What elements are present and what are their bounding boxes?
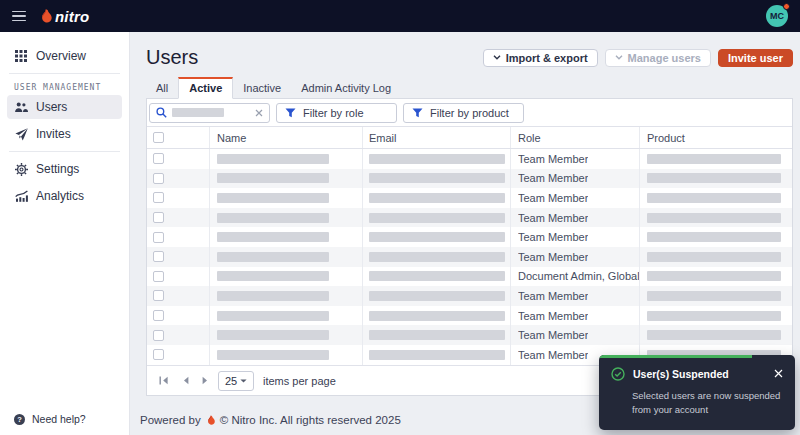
need-help-link[interactable]: ? Need help? bbox=[14, 413, 86, 425]
tab-active[interactable]: Active bbox=[178, 77, 233, 99]
close-icon[interactable] bbox=[774, 369, 783, 378]
table-row[interactable]: Team Member bbox=[147, 169, 792, 189]
table-row[interactable]: Team Member bbox=[147, 227, 792, 247]
gear-icon bbox=[14, 163, 28, 176]
table-row[interactable]: Team Member bbox=[147, 188, 792, 208]
role-cell: Team Member bbox=[518, 153, 588, 165]
table-row[interactable]: Team Member bbox=[147, 325, 792, 345]
sidebar-item-invites[interactable]: Invites bbox=[7, 122, 122, 146]
avatar[interactable]: MC bbox=[766, 5, 788, 27]
row-checkbox[interactable] bbox=[153, 212, 164, 223]
grid-icon bbox=[14, 50, 28, 62]
search-input[interactable] bbox=[149, 103, 270, 123]
table-row[interactable]: Document Admin, Global Adm... bbox=[147, 267, 792, 287]
table-row[interactable]: Team Member bbox=[147, 306, 792, 326]
row-checkbox[interactable] bbox=[153, 310, 164, 321]
sidebar: Overview USER MANAGEMENT Users bbox=[0, 32, 130, 435]
funnel-icon bbox=[285, 108, 296, 118]
users-panel: Filter by role Filter by product Name bbox=[146, 99, 793, 396]
redacted-email bbox=[369, 252, 505, 262]
redacted-name bbox=[217, 213, 329, 223]
sidebar-item-overview[interactable]: Overview bbox=[7, 44, 122, 68]
redacted-product bbox=[647, 193, 781, 203]
chevron-down-icon bbox=[493, 55, 501, 60]
row-checkbox[interactable] bbox=[153, 290, 164, 301]
column-header-role[interactable]: Role bbox=[511, 127, 640, 148]
powered-by-label: Powered by bbox=[140, 414, 201, 426]
first-page-button[interactable] bbox=[159, 376, 169, 385]
role-cell: Team Member bbox=[518, 329, 588, 341]
row-checkbox[interactable] bbox=[153, 232, 164, 243]
sidebar-item-label: Users bbox=[36, 100, 67, 114]
row-checkbox[interactable] bbox=[153, 349, 164, 360]
hamburger-menu-icon[interactable] bbox=[12, 11, 26, 22]
clear-search-icon[interactable] bbox=[255, 109, 263, 117]
row-checkbox[interactable] bbox=[153, 330, 164, 341]
caret-down-icon bbox=[240, 379, 247, 383]
notification-dot bbox=[783, 3, 790, 10]
redacted-email bbox=[369, 291, 505, 301]
nitro-flame-icon bbox=[206, 415, 215, 426]
divider bbox=[9, 73, 120, 74]
role-cell: Team Member bbox=[518, 212, 588, 224]
page-size-select[interactable]: 25 bbox=[218, 371, 254, 391]
redacted-email bbox=[369, 213, 505, 223]
redacted-email bbox=[369, 232, 505, 242]
redacted-email bbox=[369, 311, 505, 321]
invite-user-button[interactable]: Invite user bbox=[718, 49, 793, 67]
footer: Powered by © Nitro Inc. All rights reser… bbox=[140, 414, 401, 426]
column-header-name[interactable]: Name bbox=[210, 127, 363, 148]
tab-inactive[interactable]: Inactive bbox=[233, 79, 291, 98]
tab-all[interactable]: All bbox=[146, 79, 178, 98]
table-header: Name Email Role Product bbox=[147, 127, 792, 149]
column-header-product[interactable]: Product bbox=[640, 127, 792, 148]
table-body: Team Member Team Member Team Member Team… bbox=[147, 149, 792, 365]
tab-admin-activity-log[interactable]: Admin Activity Log bbox=[291, 79, 401, 98]
avatar-initials: MC bbox=[770, 11, 784, 21]
table-row[interactable]: Team Member bbox=[147, 247, 792, 267]
redacted-search-text bbox=[172, 108, 224, 117]
funnel-icon bbox=[412, 108, 423, 118]
column-header-email[interactable]: Email bbox=[363, 127, 511, 148]
row-checkbox[interactable] bbox=[153, 173, 164, 184]
tabbar: All Active Inactive Admin Activity Log bbox=[146, 80, 793, 99]
redacted-name bbox=[217, 154, 329, 164]
redacted-product bbox=[647, 173, 781, 183]
redacted-product bbox=[647, 271, 781, 281]
table-row[interactable]: Team Member bbox=[147, 208, 792, 228]
row-checkbox[interactable] bbox=[153, 271, 164, 282]
copyright-label: © Nitro Inc. All rights reserved 2025 bbox=[220, 414, 401, 426]
row-checkbox[interactable] bbox=[153, 192, 164, 203]
analytics-chart-icon bbox=[14, 190, 28, 202]
row-checkbox[interactable] bbox=[153, 153, 164, 164]
select-all-checkbox[interactable] bbox=[153, 132, 164, 143]
divider bbox=[9, 151, 120, 152]
redacted-name bbox=[217, 330, 329, 340]
sidebar-item-users[interactable]: Users bbox=[7, 95, 122, 119]
row-checkbox[interactable] bbox=[153, 251, 164, 262]
filter-by-role-dropdown[interactable]: Filter by role bbox=[276, 103, 397, 123]
redacted-name bbox=[217, 271, 329, 281]
help-icon: ? bbox=[14, 414, 25, 425]
previous-page-button[interactable] bbox=[182, 376, 189, 385]
sidebar-item-settings[interactable]: Settings bbox=[7, 157, 122, 181]
check-circle-icon bbox=[611, 367, 625, 381]
redacted-product bbox=[647, 330, 781, 340]
redacted-name bbox=[217, 311, 329, 321]
table-row[interactable]: Team Member bbox=[147, 149, 792, 169]
redacted-email bbox=[369, 350, 505, 360]
page-title: Users bbox=[146, 46, 198, 69]
redacted-product bbox=[647, 213, 781, 223]
redacted-product bbox=[647, 154, 781, 164]
filter-by-product-dropdown[interactable]: Filter by product bbox=[403, 103, 524, 123]
role-cell: Team Member bbox=[518, 310, 588, 322]
redacted-email bbox=[369, 193, 505, 203]
next-page-button[interactable] bbox=[202, 376, 209, 385]
import-export-button[interactable]: Import & export bbox=[483, 49, 598, 67]
topbar: nitro MC bbox=[0, 0, 800, 32]
toast-message: Selected users are now suspended from yo… bbox=[632, 389, 783, 418]
screen: nitro MC Overview USER MANAGEMENT bbox=[0, 0, 800, 435]
sidebar-item-analytics[interactable]: Analytics bbox=[7, 184, 122, 208]
manage-users-button[interactable]: Manage users bbox=[605, 49, 711, 67]
table-row[interactable]: Team Member bbox=[147, 286, 792, 306]
